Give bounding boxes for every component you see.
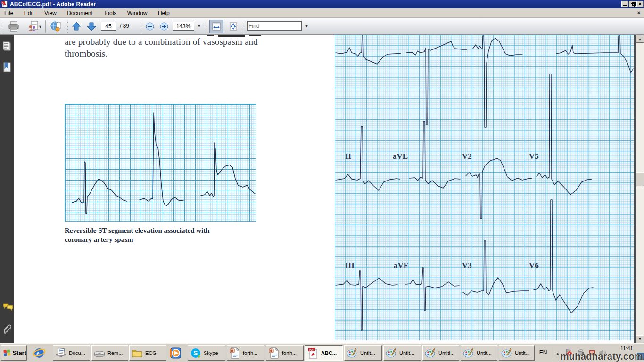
- language-indicator[interactable]: EN: [537, 346, 550, 359]
- plus-circle-icon: [160, 22, 168, 31]
- taskbar-button-label: forth...: [243, 350, 257, 356]
- lead-label-V6: V6: [529, 261, 539, 271]
- page-number-input[interactable]: [101, 22, 116, 31]
- find-dropdown-icon[interactable]: ▼: [305, 24, 309, 28]
- taskbar-button-removable[interactable]: Rem...: [91, 345, 128, 361]
- skype-icon: S: [190, 347, 201, 359]
- taskbar-button-label: forth...: [282, 350, 297, 356]
- media-player-icon[interactable]: [169, 346, 183, 360]
- vertical-scrollbar[interactable]: ▲ ▼: [636, 35, 644, 343]
- taskbar-button-label: Untitl...: [438, 350, 454, 356]
- pdf-icon: PDF: [307, 347, 319, 359]
- taskbar-button-skype[interactable]: S Skype: [188, 345, 225, 361]
- print-button[interactable]: [6, 19, 22, 33]
- previous-page-button[interactable]: [70, 19, 83, 33]
- lead-label-aVL: aVL: [393, 152, 408, 161]
- toolbar-grip[interactable]: [243, 20, 245, 33]
- menu-bar: File Edit View Document Tools Window Hel…: [0, 8, 644, 18]
- document-viewer-icon: [55, 347, 66, 359]
- scroll-down-button[interactable]: ▼: [636, 335, 644, 343]
- scroll-up-button[interactable]: ▲: [636, 35, 644, 43]
- internet-explorer-icon[interactable]: e: [32, 346, 46, 360]
- paragraph-line-1: are probably due to a combination of vas…: [65, 37, 258, 47]
- svg-text:A: A: [2, 1, 4, 4]
- taskbar-button-abcofecg-active[interactable]: PDF ABC...: [305, 345, 343, 361]
- menu-window[interactable]: Window: [123, 8, 152, 16]
- menu-document[interactable]: Document: [63, 8, 97, 16]
- taskbar-button-paint-4[interactable]: Untit...: [461, 345, 497, 361]
- zoom-in-button[interactable]: [158, 19, 170, 33]
- minimize-button[interactable]: [621, 1, 628, 7]
- figure-caption-line-2: coronary artery spasm: [65, 236, 133, 244]
- lead-label-V3: V3: [462, 261, 472, 271]
- share-document-button[interactable]: ▼: [25, 19, 42, 33]
- fit-width-icon: [212, 22, 221, 31]
- watermark-text: muhadharaty.com: [561, 351, 643, 362]
- taskbar-button-label: Rem...: [107, 350, 123, 356]
- taskbar-button-label: Skype: [204, 350, 218, 356]
- svg-text:PDF: PDF: [309, 348, 314, 351]
- share-dropdown-icon[interactable]: ▼: [38, 25, 42, 29]
- close-button[interactable]: ×: [636, 1, 644, 7]
- toolbar-grip[interactable]: [1, 20, 3, 33]
- ecg-figure-large: II aVL V2 V5 III aVF V3 V6: [335, 35, 634, 340]
- restore-icon-back: [632, 2, 636, 6]
- toolbar-grip[interactable]: [206, 20, 207, 33]
- scrollbar-thumb[interactable]: [636, 172, 644, 186]
- menu-file[interactable]: File: [0, 8, 17, 16]
- zoom-out-button[interactable]: [144, 19, 156, 33]
- toolbar-grip[interactable]: [67, 20, 69, 33]
- taskbar-button-label: Untit...: [477, 350, 492, 356]
- menu-help[interactable]: Help: [154, 8, 174, 16]
- windows-logo-icon: [3, 349, 11, 357]
- taskbar-button-paint-5[interactable]: Untit...: [499, 345, 535, 361]
- window-title: ABCofECG.pdf - Adobe Reader: [10, 1, 96, 8]
- title-bar: A ABCofECG.pdf - Adobe Reader ×: [0, 0, 644, 8]
- zoom-dropdown-icon[interactable]: ▼: [197, 24, 201, 28]
- media-document-icon: [229, 347, 240, 359]
- taskbar-button-forth-2[interactable]: forth...: [266, 345, 304, 361]
- taskbar-button-label: Docu...: [69, 350, 85, 356]
- find-input[interactable]: [247, 21, 302, 31]
- media-document-icon: [268, 347, 280, 359]
- toolbar: ▼ / 89: [0, 18, 644, 35]
- minimize-icon: [623, 5, 627, 6]
- lead-label-aVF: aVF: [394, 261, 408, 271]
- close-document-icon[interactable]: ×: [637, 10, 640, 16]
- ecg-trace-large: [335, 35, 634, 340]
- next-page-button[interactable]: [85, 19, 98, 33]
- page-total-label: / 89: [120, 23, 129, 29]
- taskbar-button-paint-1[interactable]: Untit...: [344, 345, 382, 361]
- taskbar-button-ecg-folder[interactable]: ECG: [129, 345, 166, 361]
- menu-view[interactable]: View: [40, 8, 61, 16]
- taskbar-button-label: Untit...: [399, 350, 414, 356]
- taskbar-button-label: ECG: [145, 350, 157, 356]
- globe-document-icon: [50, 21, 62, 32]
- web-capture-button[interactable]: [48, 19, 64, 33]
- printer-icon: [8, 21, 19, 32]
- arrow-down-icon: [86, 21, 97, 32]
- zoom-level-input[interactable]: [173, 22, 194, 31]
- svg-text:e: e: [36, 349, 40, 357]
- restore-button[interactable]: [629, 1, 636, 7]
- paint-icon: [501, 347, 512, 359]
- menu-tools[interactable]: Tools: [99, 8, 121, 16]
- folder-icon: [132, 347, 143, 359]
- taskbar-button-paint-3[interactable]: Untitl...: [422, 345, 459, 361]
- start-button[interactable]: Start: [1, 345, 27, 361]
- toolbar-grip[interactable]: [140, 20, 142, 33]
- lead-label-V5: V5: [529, 152, 539, 161]
- paint-icon: [425, 347, 436, 359]
- fit-width-button[interactable]: [209, 20, 223, 33]
- bookmarks-panel-icon[interactable]: [3, 62, 12, 74]
- paint-icon: [347, 347, 358, 359]
- navigation-pane-bar: [0, 35, 14, 343]
- pages-panel-icon[interactable]: [3, 41, 12, 52]
- taskbar-button-documents[interactable]: Docu...: [53, 345, 90, 361]
- comments-panel-icon[interactable]: [3, 303, 13, 311]
- taskbar-button-forth-1[interactable]: forth...: [227, 345, 264, 361]
- fit-page-button[interactable]: [226, 20, 240, 33]
- attachments-panel-icon[interactable]: [3, 324, 11, 336]
- menu-edit[interactable]: Edit: [20, 8, 38, 16]
- taskbar-button-paint-2[interactable]: Untit...: [383, 345, 421, 361]
